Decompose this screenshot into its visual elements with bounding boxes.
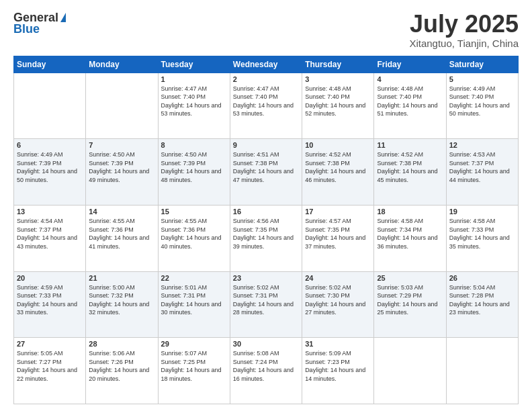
title-section: July 2025 Xitangtuo, Tianjin, China <box>409 11 519 49</box>
calendar-cell: 6Sunrise: 4:49 AM Sunset: 7:39 PM Daylig… <box>14 139 86 205</box>
calendar-cell <box>374 338 446 404</box>
calendar-cell: 4Sunrise: 4:48 AM Sunset: 7:40 PM Daylig… <box>374 73 446 139</box>
day-number: 8 <box>161 141 227 149</box>
day-info: Sunrise: 4:50 AM Sunset: 7:39 PM Dayligh… <box>89 150 154 184</box>
day-info: Sunrise: 4:54 AM Sunset: 7:37 PM Dayligh… <box>17 217 83 250</box>
calendar-cell: 30Sunrise: 5:08 AM Sunset: 7:24 PM Dayli… <box>230 338 302 404</box>
calendar-cell: 12Sunrise: 4:53 AM Sunset: 7:37 PM Dayli… <box>446 139 518 205</box>
day-info: Sunrise: 5:02 AM Sunset: 7:30 PM Dayligh… <box>305 283 371 317</box>
day-number: 13 <box>17 208 83 216</box>
day-info: Sunrise: 5:02 AM Sunset: 7:31 PM Dayligh… <box>233 283 299 317</box>
day-number: 11 <box>377 141 443 149</box>
logo-blue: Blue <box>13 22 40 36</box>
day-number: 30 <box>233 340 299 348</box>
day-number: 5 <box>449 75 515 83</box>
calendar-cell: 2Sunrise: 4:47 AM Sunset: 7:40 PM Daylig… <box>230 73 302 139</box>
day-number: 28 <box>89 340 154 348</box>
day-number: 19 <box>449 208 515 216</box>
day-info: Sunrise: 5:09 AM Sunset: 7:23 PM Dayligh… <box>305 349 371 383</box>
day-info: Sunrise: 4:58 AM Sunset: 7:33 PM Dayligh… <box>449 217 515 250</box>
day-number: 20 <box>17 274 83 282</box>
day-info: Sunrise: 4:49 AM Sunset: 7:39 PM Dayligh… <box>17 150 83 184</box>
day-info: Sunrise: 4:52 AM Sunset: 7:38 PM Dayligh… <box>305 150 371 184</box>
col-tuesday: Tuesday <box>158 56 230 73</box>
logo: General Blue <box>13 11 66 36</box>
calendar-cell: 13Sunrise: 4:54 AM Sunset: 7:37 PM Dayli… <box>14 205 86 271</box>
calendar-week-0: 1Sunrise: 4:47 AM Sunset: 7:40 PM Daylig… <box>14 73 519 139</box>
calendar-cell: 23Sunrise: 5:02 AM Sunset: 7:31 PM Dayli… <box>230 271 302 338</box>
calendar-week-2: 13Sunrise: 4:54 AM Sunset: 7:37 PM Dayli… <box>14 205 519 271</box>
calendar-cell <box>446 338 518 404</box>
calendar-cell: 17Sunrise: 4:57 AM Sunset: 7:35 PM Dayli… <box>302 205 374 271</box>
calendar-cell: 22Sunrise: 5:01 AM Sunset: 7:31 PM Dayli… <box>158 271 230 338</box>
logo-triangle-icon <box>60 13 66 22</box>
calendar-cell: 20Sunrise: 4:59 AM Sunset: 7:33 PM Dayli… <box>14 271 86 338</box>
calendar-cell: 3Sunrise: 4:48 AM Sunset: 7:40 PM Daylig… <box>302 73 374 139</box>
calendar-cell: 1Sunrise: 4:47 AM Sunset: 7:40 PM Daylig… <box>158 73 230 139</box>
day-info: Sunrise: 4:58 AM Sunset: 7:34 PM Dayligh… <box>377 217 443 250</box>
day-info: Sunrise: 4:49 AM Sunset: 7:40 PM Dayligh… <box>449 85 515 118</box>
day-info: Sunrise: 4:47 AM Sunset: 7:40 PM Dayligh… <box>161 85 227 118</box>
calendar-cell: 10Sunrise: 4:52 AM Sunset: 7:38 PM Dayli… <box>302 139 374 205</box>
calendar-header-row: Sunday Monday Tuesday Wednesday Thursday… <box>14 56 519 73</box>
col-sunday: Sunday <box>14 56 86 73</box>
calendar-cell <box>14 73 86 139</box>
day-info: Sunrise: 4:48 AM Sunset: 7:40 PM Dayligh… <box>377 85 443 118</box>
day-number: 10 <box>305 141 371 149</box>
day-number: 3 <box>305 75 371 83</box>
header: General Blue July 2025 Xitangtuo, Tianji… <box>13 11 519 49</box>
day-number: 21 <box>89 274 154 282</box>
day-info: Sunrise: 4:57 AM Sunset: 7:35 PM Dayligh… <box>305 217 371 250</box>
day-number: 15 <box>161 208 227 216</box>
day-number: 14 <box>89 208 154 216</box>
day-number: 29 <box>161 340 227 348</box>
day-number: 6 <box>17 141 83 149</box>
day-info: Sunrise: 5:04 AM Sunset: 7:28 PM Dayligh… <box>449 283 515 317</box>
day-info: Sunrise: 4:59 AM Sunset: 7:33 PM Dayligh… <box>17 283 83 317</box>
calendar-cell: 7Sunrise: 4:50 AM Sunset: 7:39 PM Daylig… <box>86 139 158 205</box>
day-info: Sunrise: 5:01 AM Sunset: 7:31 PM Dayligh… <box>161 283 227 317</box>
day-number: 17 <box>305 208 371 216</box>
day-number: 1 <box>161 75 227 83</box>
day-info: Sunrise: 4:55 AM Sunset: 7:36 PM Dayligh… <box>89 217 154 250</box>
day-number: 27 <box>17 340 83 348</box>
day-info: Sunrise: 5:00 AM Sunset: 7:32 PM Dayligh… <box>89 283 154 317</box>
day-number: 18 <box>377 208 443 216</box>
day-info: Sunrise: 5:08 AM Sunset: 7:24 PM Dayligh… <box>233 349 299 383</box>
day-number: 2 <box>233 75 299 83</box>
day-info: Sunrise: 4:53 AM Sunset: 7:37 PM Dayligh… <box>449 150 515 184</box>
calendar-cell: 31Sunrise: 5:09 AM Sunset: 7:23 PM Dayli… <box>302 338 374 404</box>
day-number: 4 <box>377 75 443 83</box>
calendar-cell: 19Sunrise: 4:58 AM Sunset: 7:33 PM Dayli… <box>446 205 518 271</box>
calendar-cell: 18Sunrise: 4:58 AM Sunset: 7:34 PM Dayli… <box>374 205 446 271</box>
day-info: Sunrise: 5:03 AM Sunset: 7:29 PM Dayligh… <box>377 283 443 317</box>
calendar-cell: 28Sunrise: 5:06 AM Sunset: 7:26 PM Dayli… <box>86 338 158 404</box>
calendar-cell: 15Sunrise: 4:55 AM Sunset: 7:36 PM Dayli… <box>158 205 230 271</box>
calendar-cell <box>86 73 158 139</box>
calendar-cell: 11Sunrise: 4:52 AM Sunset: 7:38 PM Dayli… <box>374 139 446 205</box>
page: General Blue July 2025 Xitangtuo, Tianji… <box>0 0 532 411</box>
day-number: 16 <box>233 208 299 216</box>
day-info: Sunrise: 4:51 AM Sunset: 7:38 PM Dayligh… <box>233 150 299 184</box>
day-info: Sunrise: 5:06 AM Sunset: 7:26 PM Dayligh… <box>89 349 154 383</box>
calendar-cell: 26Sunrise: 5:04 AM Sunset: 7:28 PM Dayli… <box>446 271 518 338</box>
calendar-cell: 16Sunrise: 4:56 AM Sunset: 7:35 PM Dayli… <box>230 205 302 271</box>
day-info: Sunrise: 4:48 AM Sunset: 7:40 PM Dayligh… <box>305 85 371 118</box>
title-month: July 2025 <box>409 11 519 38</box>
calendar-week-1: 6Sunrise: 4:49 AM Sunset: 7:39 PM Daylig… <box>14 139 519 205</box>
day-number: 7 <box>89 141 154 149</box>
day-number: 22 <box>161 274 227 282</box>
title-location: Xitangtuo, Tianjin, China <box>409 38 519 49</box>
day-info: Sunrise: 4:52 AM Sunset: 7:38 PM Dayligh… <box>377 150 443 184</box>
calendar-cell: 21Sunrise: 5:00 AM Sunset: 7:32 PM Dayli… <box>86 271 158 338</box>
day-number: 26 <box>449 274 515 282</box>
day-number: 23 <box>233 274 299 282</box>
calendar-cell: 5Sunrise: 4:49 AM Sunset: 7:40 PM Daylig… <box>446 73 518 139</box>
col-thursday: Thursday <box>302 56 374 73</box>
col-saturday: Saturday <box>446 56 518 73</box>
calendar-week-3: 20Sunrise: 4:59 AM Sunset: 7:33 PM Dayli… <box>14 271 519 338</box>
day-info: Sunrise: 4:50 AM Sunset: 7:39 PM Dayligh… <box>161 150 227 184</box>
day-info: Sunrise: 5:07 AM Sunset: 7:25 PM Dayligh… <box>161 349 227 383</box>
day-number: 31 <box>305 340 371 348</box>
day-info: Sunrise: 4:56 AM Sunset: 7:35 PM Dayligh… <box>233 217 299 250</box>
